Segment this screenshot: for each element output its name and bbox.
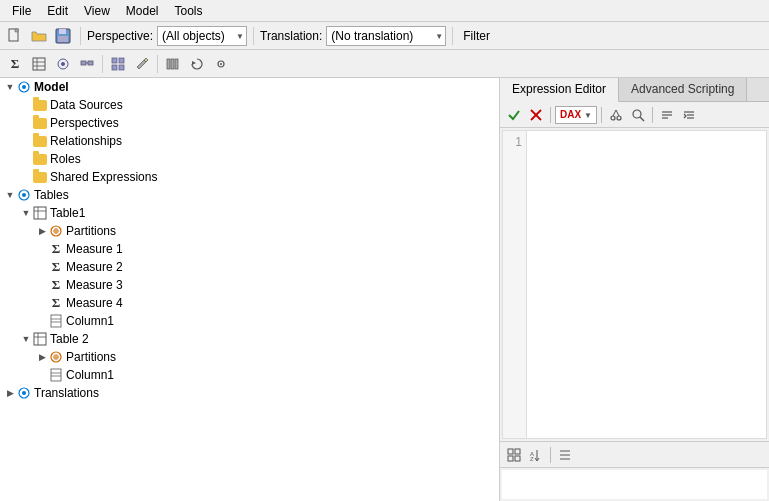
- tb2-columns[interactable]: [162, 53, 184, 75]
- translation-select[interactable]: (No translation): [326, 26, 446, 46]
- sep1: [80, 27, 81, 45]
- tb2-table[interactable]: [28, 53, 50, 75]
- toggle-data-sources: [20, 99, 32, 111]
- dax-button[interactable]: DAX ▼: [555, 106, 597, 124]
- folder-icon-perspectives: [32, 116, 48, 130]
- tree-item-data-sources[interactable]: Data Sources: [0, 96, 499, 114]
- translation-select-wrapper[interactable]: (No translation): [326, 26, 446, 46]
- toggle-partitions2[interactable]: ▶: [36, 351, 48, 363]
- svg-point-49: [633, 110, 641, 118]
- tb2-connection[interactable]: [52, 53, 74, 75]
- tree-item-partitions2[interactable]: ▶ Partitions: [0, 348, 499, 366]
- expr-check-button[interactable]: [504, 105, 524, 125]
- tree-item-relationships[interactable]: Relationships: [0, 132, 499, 150]
- toggle-measure2: [36, 261, 48, 273]
- expr-content[interactable]: [527, 131, 766, 438]
- menu-file[interactable]: File: [4, 2, 39, 20]
- toggle-table1[interactable]: ▼: [20, 207, 32, 219]
- tree-item-shared-expressions[interactable]: Shared Expressions: [0, 168, 499, 186]
- folder-icon-data-sources: [32, 98, 48, 112]
- svg-line-48: [616, 110, 619, 116]
- tree-item-tables[interactable]: ▼ Tables: [0, 186, 499, 204]
- expr-indent-icon[interactable]: [679, 105, 699, 125]
- toggle-partitions1[interactable]: ▶: [36, 225, 48, 237]
- perspective-select-wrapper[interactable]: (All objects): [157, 26, 247, 46]
- tb2-settings[interactable]: [210, 53, 232, 75]
- tb2-sigma[interactable]: Σ: [4, 53, 26, 75]
- tree-label-translations: Translations: [34, 386, 99, 400]
- left-panel[interactable]: ▼ Model Data Sources Perspectives: [0, 78, 500, 501]
- bottom-sort-icon[interactable]: AZ: [526, 445, 546, 465]
- tree-item-column1-t1[interactable]: Column1: [0, 312, 499, 330]
- tree-label-shared-expressions: Shared Expressions: [50, 170, 157, 184]
- tree-item-measure3[interactable]: Σ Measure 3: [0, 276, 499, 294]
- menu-model[interactable]: Model: [118, 2, 167, 20]
- bottom-grid-icon[interactable]: [504, 445, 524, 465]
- tb2-diagram[interactable]: [76, 53, 98, 75]
- tree-item-measure4[interactable]: Σ Measure 4: [0, 294, 499, 312]
- menu-tools[interactable]: Tools: [167, 2, 211, 20]
- tb2-grid[interactable]: [107, 53, 129, 75]
- tree-item-translations[interactable]: ▶ Translations: [0, 384, 499, 402]
- perspective-select[interactable]: (All objects): [157, 26, 247, 46]
- toggle-translations[interactable]: ▶: [4, 387, 16, 399]
- measure3-icon: Σ: [48, 278, 64, 292]
- tab-expression-editor[interactable]: Expression Editor: [500, 78, 619, 102]
- svg-point-42: [22, 391, 26, 395]
- expr-cancel-button[interactable]: [526, 105, 546, 125]
- tb2-pencil[interactable]: [131, 53, 153, 75]
- tree-label-data-sources: Data Sources: [50, 98, 123, 112]
- tb-save-button[interactable]: [52, 25, 74, 47]
- tb2-refresh[interactable]: [186, 53, 208, 75]
- toolbar1: Perspective: (All objects) Translation: …: [0, 22, 769, 50]
- svg-rect-2: [59, 29, 66, 34]
- tab-bar: Expression Editor Advanced Scripting: [500, 78, 769, 102]
- folder-icon-roles: [32, 152, 48, 166]
- expr-format-icon[interactable]: [657, 105, 677, 125]
- toggle-roles: [20, 153, 32, 165]
- tree-item-table2[interactable]: ▼ Table 2: [0, 330, 499, 348]
- translation-label: Translation:: [260, 29, 322, 43]
- svg-rect-58: [515, 449, 520, 454]
- svg-rect-57: [508, 449, 513, 454]
- expr-cut-icon[interactable]: [606, 105, 626, 125]
- tree-label-measure2: Measure 2: [66, 260, 123, 274]
- toggle-measure1: [36, 243, 48, 255]
- tree-item-partitions1[interactable]: ▶ Partitions: [0, 222, 499, 240]
- tree-item-perspectives[interactable]: Perspectives: [0, 114, 499, 132]
- svg-rect-14: [119, 58, 124, 63]
- tree-item-column1-t2[interactable]: Column1: [0, 366, 499, 384]
- menu-edit[interactable]: Edit: [39, 2, 76, 20]
- menu-view[interactable]: View: [76, 2, 118, 20]
- toggle-table2[interactable]: ▼: [20, 333, 32, 345]
- expr-editor[interactable]: 1: [502, 130, 767, 439]
- svg-point-26: [22, 193, 26, 197]
- tab-advanced-scripting[interactable]: Advanced Scripting: [619, 78, 747, 101]
- bottom-toolbar: AZ: [500, 442, 769, 468]
- tree-label-column1-t1: Column1: [66, 314, 114, 328]
- tb-open-button[interactable]: [28, 25, 50, 47]
- expr-toolbar: DAX ▼: [500, 102, 769, 128]
- svg-point-24: [22, 85, 26, 89]
- tree-label-tables: Tables: [34, 188, 69, 202]
- tree-label-partitions2: Partitions: [66, 350, 116, 364]
- tree-item-roles[interactable]: Roles: [0, 150, 499, 168]
- bottom-panel: AZ: [500, 441, 769, 501]
- toggle-tables[interactable]: ▼: [4, 189, 16, 201]
- tree-item-model[interactable]: ▼ Model: [0, 78, 499, 96]
- svg-rect-11: [88, 61, 93, 65]
- perspective-section: Perspective: (All objects): [87, 26, 247, 46]
- measure4-icon: Σ: [48, 296, 64, 310]
- toggle-model[interactable]: ▼: [4, 81, 16, 93]
- bottom-list-icon[interactable]: [555, 445, 575, 465]
- tb-new-button[interactable]: [4, 25, 26, 47]
- tree-item-table1[interactable]: ▼ Table1: [0, 204, 499, 222]
- svg-rect-3: [58, 36, 68, 42]
- tree-item-measure2[interactable]: Σ Measure 2: [0, 258, 499, 276]
- right-panel: Expression Editor Advanced Scripting DAX…: [500, 78, 769, 501]
- svg-rect-60: [515, 456, 520, 461]
- tree-item-measure1[interactable]: Σ Measure 1: [0, 240, 499, 258]
- tree-label-model: Model: [34, 80, 69, 94]
- expr-search-icon[interactable]: [628, 105, 648, 125]
- expr-sep3: [652, 107, 653, 123]
